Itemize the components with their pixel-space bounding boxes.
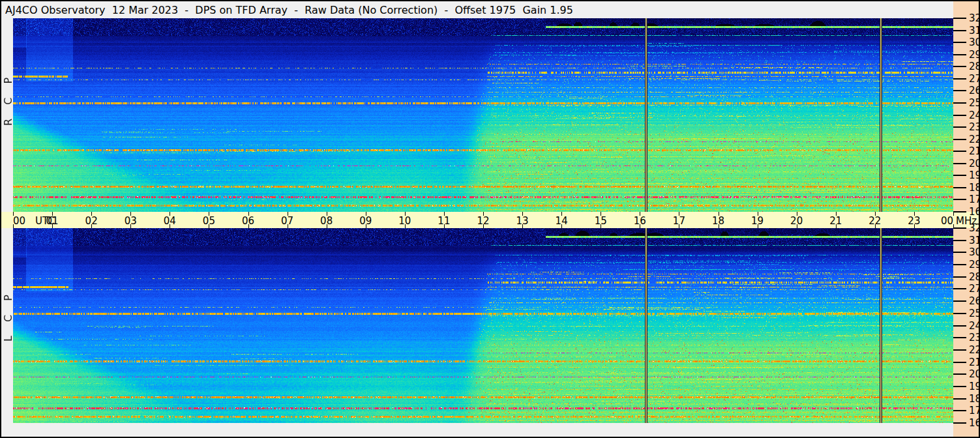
freq-tick-label: 19 — [969, 381, 980, 392]
freq-tick — [953, 325, 966, 327]
time-tick-label: 20 — [790, 215, 803, 227]
freq-tick — [953, 102, 966, 104]
freq-tick — [953, 252, 966, 253]
freq-tick-label: 16 — [969, 417, 980, 429]
freq-tick-label: 30 — [969, 36, 980, 48]
time-tick-label: 06 — [242, 215, 254, 227]
freq-tick — [953, 54, 966, 55]
time-tick-label: 07 — [281, 215, 293, 227]
freq-tick — [953, 90, 966, 91]
time-tick-label: 00 — [941, 215, 953, 227]
freq-tick-label: 21 — [969, 357, 980, 368]
freq-tick-label: 18 — [969, 393, 980, 405]
freq-tick-label: 31 — [969, 25, 980, 36]
freq-tick-label: 24 — [969, 320, 980, 332]
freq-tick-label: 22 — [969, 134, 980, 145]
freq-tick — [953, 199, 966, 200]
freq-tick-label: 30 — [969, 246, 980, 258]
freq-tick — [953, 78, 966, 80]
freq-tick — [953, 211, 966, 212]
time-tick-label: 00 — [13, 215, 25, 227]
time-tick-label: 16 — [634, 215, 646, 227]
freq-tick — [953, 410, 966, 411]
freq-tick — [953, 264, 966, 265]
freq-tick-label: 25 — [969, 308, 980, 319]
freq-tick — [953, 66, 966, 67]
freq-tick — [953, 227, 966, 229]
freq-tick — [953, 288, 966, 289]
freq-tick — [953, 362, 966, 363]
time-tick-label: 13 — [516, 215, 529, 227]
time-tick-label: 22 — [869, 215, 881, 227]
time-tick-label: 17 — [673, 215, 685, 227]
freq-tick-label: 22 — [969, 344, 980, 356]
freq-tick-label: 32 — [969, 12, 980, 24]
freq-tick-label: 26 — [969, 85, 980, 96]
freq-tick-label: 32 — [969, 222, 980, 234]
page-title: AJ4CO Observatory 12 Mar 2023 - DPS on T… — [5, 4, 573, 16]
spectrograph-window: AJ4CO Observatory 12 Mar 2023 - DPS on T… — [0, 0, 980, 438]
time-tick-label: 02 — [85, 215, 98, 227]
freq-tick — [953, 126, 966, 128]
title-bar: AJ4CO Observatory 12 Mar 2023 - DPS on T… — [1, 1, 953, 18]
freq-tick-label: 23 — [969, 332, 980, 343]
freq-tick — [953, 422, 966, 424]
freq-tick — [953, 30, 966, 31]
freq-tick — [953, 151, 966, 152]
rcp-spectrogram — [13, 18, 953, 212]
freq-tick-label: 29 — [969, 49, 980, 61]
freq-tick-label: 20 — [969, 158, 980, 169]
time-tick-label: 11 — [438, 215, 450, 227]
freq-tick-label: 31 — [969, 235, 980, 246]
time-tick-label: 01 — [46, 215, 59, 227]
freq-tick — [953, 240, 966, 241]
freq-tick — [953, 349, 966, 351]
freq-tick-label: 18 — [969, 182, 980, 194]
freq-tick — [953, 42, 966, 43]
freq-tick-label: 17 — [969, 194, 980, 205]
time-tick-label: 21 — [829, 215, 842, 227]
time-tick-label: 14 — [556, 215, 568, 227]
freq-tick — [953, 115, 966, 116]
time-tick-label: 08 — [320, 215, 333, 227]
freq-tick-label: 17 — [969, 405, 980, 416]
freq-tick — [953, 276, 966, 278]
spectrograph-content: AJ4CO Observatory 12 Mar 2023 - DPS on T… — [1, 1, 979, 437]
freq-tick — [953, 139, 966, 140]
time-tick-label: 03 — [125, 215, 137, 227]
freq-tick-label: 28 — [969, 61, 980, 72]
freq-tick-label: 27 — [969, 283, 980, 295]
time-tick-label: 19 — [751, 215, 764, 227]
freq-tick — [953, 300, 966, 302]
time-tick-label: 12 — [477, 215, 489, 227]
freq-tick-label: 16 — [969, 206, 980, 218]
freq-tick-label: 25 — [969, 97, 980, 109]
freq-tick — [953, 175, 966, 176]
time-tick-label: 09 — [359, 215, 372, 227]
freq-tick — [953, 187, 966, 188]
freq-tick — [953, 337, 966, 338]
freq-tick-label: 28 — [969, 271, 980, 283]
freq-tick — [953, 18, 966, 19]
freq-tick-label: 21 — [969, 145, 980, 157]
freq-tick-label: 19 — [969, 169, 980, 181]
freq-tick — [953, 398, 966, 400]
time-tick-label: 15 — [595, 215, 607, 227]
time-tick-label: 23 — [908, 215, 920, 227]
freq-tick — [953, 163, 966, 164]
time-axis-strip: UTC MHz 00010203040506070809101112131415… — [1, 212, 979, 228]
time-tick-label: 18 — [712, 215, 724, 227]
freq-tick — [953, 313, 966, 314]
freq-tick-label: 23 — [969, 121, 980, 133]
freq-tick-label: 27 — [969, 73, 980, 85]
freq-tick — [953, 373, 966, 375]
freq-tick — [953, 386, 966, 387]
time-tick-label: 05 — [203, 215, 215, 227]
freq-tick-label: 24 — [969, 110, 980, 121]
lcp-spectrogram — [13, 228, 953, 423]
rcp-panel-label: R C P — [2, 60, 12, 138]
freq-tick-label: 20 — [969, 368, 980, 380]
freq-tick-label: 29 — [969, 259, 980, 270]
lcp-panel-label: L C P — [2, 276, 12, 355]
freq-tick-label: 26 — [969, 295, 980, 307]
